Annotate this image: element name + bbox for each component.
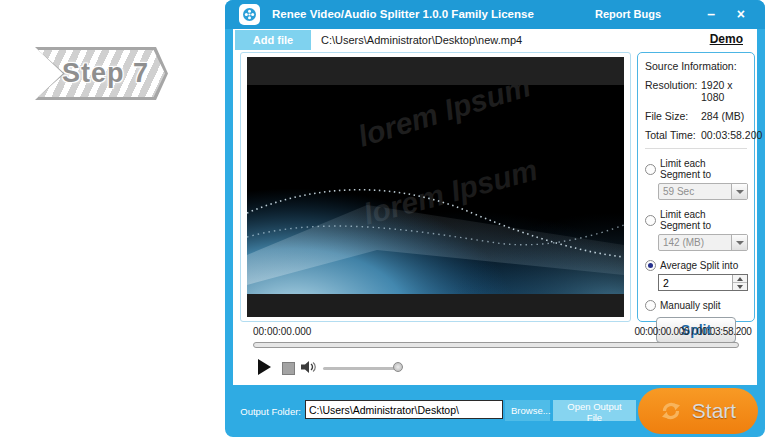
source-info-row: Total Time: 00:03:58.200 bbox=[645, 129, 747, 141]
step-badge-stripes: Step 7 bbox=[38, 50, 165, 97]
film-reel-glyph bbox=[242, 7, 257, 22]
start-refresh-icon bbox=[660, 400, 682, 422]
screenshot-stage: Step 7 Renee Video/Audio Splitter 1.0.0 … bbox=[0, 0, 765, 437]
resolution-value: 1920 x 1080 bbox=[701, 79, 747, 103]
option-manually-split-label: Manually split bbox=[660, 300, 721, 311]
option-limit-seconds[interactable]: Limit each Segment to bbox=[645, 158, 747, 180]
resolution-label: Resolution: bbox=[645, 79, 701, 103]
spinner-buttons bbox=[732, 275, 747, 290]
stop-icon[interactable] bbox=[282, 362, 295, 375]
size-dropdown-value: 142 (MB) bbox=[659, 237, 731, 248]
separator bbox=[645, 148, 747, 149]
radio-limit-seconds[interactable] bbox=[645, 164, 656, 175]
step-badge-label: Step 7 bbox=[54, 58, 149, 89]
filesize-label: File Size: bbox=[645, 110, 701, 122]
option-limit-size[interactable]: Limit each Segment to bbox=[645, 209, 747, 231]
volume-slider-knob[interactable] bbox=[393, 362, 403, 372]
report-bugs-link[interactable]: Report Bugs bbox=[595, 8, 661, 20]
spinner-up-icon[interactable] bbox=[733, 275, 747, 283]
spinner-down-icon[interactable] bbox=[733, 283, 747, 290]
totaltime-value: 00:03:58.200 bbox=[701, 129, 762, 141]
seconds-dropdown-value: 59 Sec bbox=[659, 186, 731, 197]
browse-button[interactable]: Browse... bbox=[505, 400, 550, 421]
option-average-split-label: Average Split into bbox=[660, 260, 738, 271]
output-folder-input[interactable] bbox=[305, 400, 503, 419]
titlebar: Renee Video/Audio Splitter 1.0.0 Family … bbox=[225, 0, 765, 29]
letterbox-bottom bbox=[247, 294, 624, 317]
option-average-split[interactable]: Average Split into bbox=[645, 260, 747, 271]
step-badge: Step 7 bbox=[35, 47, 168, 100]
minimize-button[interactable]: – bbox=[707, 5, 715, 23]
option-limit-size-label: Limit each Segment to bbox=[660, 209, 747, 231]
seconds-dropdown[interactable]: 59 Sec bbox=[658, 183, 748, 200]
play-icon[interactable] bbox=[258, 359, 271, 375]
filesize-value: 284 (MB) bbox=[701, 110, 744, 122]
chevron-down-icon[interactable] bbox=[731, 235, 747, 250]
source-info-heading: Source Information: bbox=[645, 60, 747, 72]
option-manually-split[interactable]: Manually split bbox=[645, 300, 747, 311]
time-display: 00:00:00.000 / 00:03:58.200 bbox=[631, 326, 755, 337]
app-logo-icon bbox=[239, 4, 260, 25]
average-split-spinner[interactable]: 2 bbox=[658, 274, 748, 291]
chevron-down-icon[interactable] bbox=[731, 184, 747, 199]
video-frame-art: lorem Ipsum lorem Ipsum bbox=[247, 85, 624, 294]
add-file-button[interactable]: Add file bbox=[235, 30, 311, 50]
footer-bar: Output Folder: Browse... Open Output Fil… bbox=[225, 385, 765, 437]
output-folder-label: Output Folder: bbox=[225, 406, 301, 417]
start-button[interactable]: Start bbox=[638, 388, 758, 434]
close-button[interactable]: × bbox=[737, 5, 745, 23]
open-output-file-button[interactable]: Open Output File bbox=[553, 400, 636, 421]
radio-average-split[interactable] bbox=[645, 260, 656, 271]
current-time: 00:00:00.000 bbox=[253, 326, 311, 337]
app-window: Renee Video/Audio Splitter 1.0.0 Family … bbox=[225, 0, 765, 437]
average-split-value: 2 bbox=[659, 277, 732, 289]
radio-limit-size[interactable] bbox=[645, 215, 656, 226]
volume-icon[interactable] bbox=[301, 360, 317, 378]
loaded-file-path: C:\Users\Administrator\Desktop\new.mp4 bbox=[321, 34, 522, 46]
video-panel: lorem Ipsum lorem Ipsum bbox=[240, 52, 631, 322]
seek-bar[interactable] bbox=[253, 342, 739, 348]
source-info-row: File Size: 284 (MB) bbox=[645, 110, 747, 122]
source-info-row: Resolution: 1920 x 1080 bbox=[645, 79, 747, 103]
volume-slider[interactable] bbox=[323, 367, 401, 370]
size-dropdown[interactable]: 142 (MB) bbox=[658, 234, 748, 251]
window-title: Renee Video/Audio Splitter 1.0.0 Family … bbox=[272, 8, 534, 20]
option-limit-seconds-label: Limit each Segment to bbox=[660, 158, 747, 180]
video-preview: lorem Ipsum lorem Ipsum bbox=[247, 57, 624, 317]
letterbox-top bbox=[247, 57, 624, 85]
radio-manually-split[interactable] bbox=[645, 300, 656, 311]
main-content: Add file C:\Users\Administrator\Desktop\… bbox=[233, 29, 757, 385]
start-button-label: Start bbox=[692, 399, 736, 423]
demo-link[interactable]: Demo bbox=[710, 32, 743, 46]
split-options-panel: Source Information: Resolution: 1920 x 1… bbox=[637, 52, 755, 322]
totaltime-label: Total Time: bbox=[645, 129, 701, 141]
